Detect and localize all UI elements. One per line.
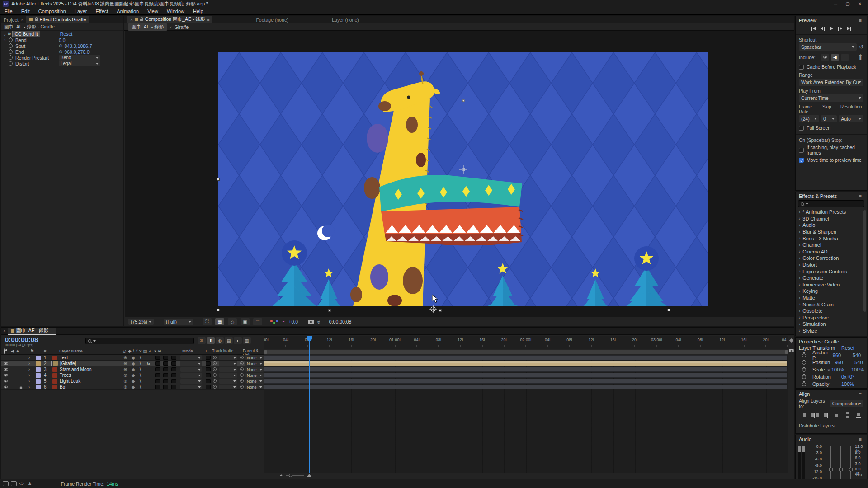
stopwatch-icon[interactable]	[802, 368, 806, 372]
share-icon[interactable]: ⬆	[858, 53, 863, 61]
align-center-vertical-icon[interactable]	[843, 412, 852, 418]
parent-dropdown[interactable]: None	[245, 367, 264, 372]
shy-switch-icon[interactable]: ⊕	[123, 378, 128, 384]
layer-eye-icon[interactable]	[3, 378, 9, 384]
blend-mode-dropdown[interactable]	[180, 373, 202, 378]
transform-value[interactable]: 540	[853, 352, 867, 358]
effects-category[interactable]: ›Generate	[796, 275, 867, 282]
full-screen-checkbox[interactable]	[799, 126, 804, 131]
stopwatch-icon[interactable]	[802, 353, 806, 357]
shortcut-dropdown[interactable]: Spacebar	[799, 43, 857, 51]
parent-dropdown[interactable]: None	[245, 361, 264, 366]
transform-value[interactable]: 100%	[851, 367, 867, 372]
layer-label-chip[interactable]	[36, 356, 41, 360]
region-of-interest-icon[interactable]: ▣	[241, 318, 250, 325]
effects-category[interactable]: ›Text	[796, 334, 867, 336]
quality-switch-icon[interactable]: \	[140, 372, 144, 378]
twirl-icon[interactable]: ›	[799, 230, 800, 235]
if-caching-checkbox[interactable]	[799, 148, 804, 153]
twirl-icon[interactable]: ›	[799, 322, 800, 327]
quality-switch-icon[interactable]: \	[140, 355, 144, 361]
zoom-in-icon[interactable]	[307, 474, 311, 477]
switch-cell[interactable]	[155, 385, 160, 389]
menu-layer[interactable]: Layer	[75, 9, 87, 14]
effects-category[interactable]: ›Color Correction	[796, 255, 867, 262]
shy-switch-icon[interactable]: ⊕	[123, 384, 128, 390]
point-target-icon[interactable]: ⊕	[59, 43, 62, 48]
layer-name-cell[interactable]: Light Leak	[51, 378, 132, 384]
collapse-switch-icon[interactable]: ◆	[132, 361, 136, 366]
transform-value[interactable]: 0x+0°	[841, 374, 857, 380]
layer-expander-icon[interactable]: ›	[28, 384, 33, 390]
properties-menu-icon[interactable]: ≡	[857, 339, 863, 344]
resolution-dropdown[interactable]: (Full)	[164, 319, 193, 325]
transparency-grid-icon[interactable]: ▦	[215, 318, 224, 325]
twirl-icon[interactable]: ›	[799, 296, 800, 300]
include-video-icon[interactable]	[821, 54, 829, 61]
effects-scrollbar[interactable]	[863, 210, 866, 312]
switch-cell[interactable]	[163, 361, 168, 366]
work-area-bar[interactable]	[264, 350, 788, 354]
twirl-icon[interactable]: ›	[799, 282, 800, 287]
resolution-preview-dropdown[interactable]: Auto	[839, 115, 863, 122]
effect-twirl-icon[interactable]: ⌄	[1, 32, 8, 37]
tab-effect-controls[interactable]: Effect Controls Giraffe	[26, 16, 90, 23]
effects-category[interactable]: ›Immersive Video	[796, 282, 867, 288]
track-matte-pickwhip-icon[interactable]	[213, 361, 217, 365]
effects-category[interactable]: ›Keying	[796, 288, 867, 295]
switch-cell[interactable]	[171, 361, 176, 366]
next-frame-button[interactable]	[838, 25, 842, 32]
switch-cell[interactable]	[155, 373, 160, 377]
first-frame-button[interactable]	[811, 25, 816, 32]
layer-row[interactable]: ›1Text⊕◆\None	[1, 355, 264, 361]
quality-switch-icon[interactable]: \	[140, 384, 144, 390]
parent-dropdown[interactable]: None	[245, 355, 264, 360]
layer-expander-icon[interactable]: ›	[28, 361, 33, 366]
align-left-icon[interactable]	[799, 412, 808, 418]
fx-badge-icon[interactable]: fx	[8, 32, 12, 36]
play-from-dropdown[interactable]: Current Time	[799, 94, 863, 102]
work-area-end-handle[interactable]	[785, 350, 788, 354]
track-matte-dropdown[interactable]	[219, 361, 237, 366]
cache-before-playback-checkbox[interactable]	[799, 65, 804, 70]
selection-handle[interactable]	[462, 100, 465, 102]
layer-name-cell[interactable]: Text	[51, 355, 132, 361]
comp-camera-icon[interactable]	[789, 349, 793, 352]
viewer-tab-composition[interactable]: ×Composition 圍巾_AE - 錄影≡	[127, 16, 212, 23]
effects-category[interactable]: ›Perspective	[796, 314, 867, 321]
align-right-icon[interactable]	[821, 412, 830, 418]
exposure-value[interactable]: +0.0	[288, 319, 298, 324]
param-value[interactable]: 960.0,270.0	[64, 49, 89, 55]
twirl-icon[interactable]: ›	[799, 315, 800, 320]
blend-mode-dropdown[interactable]	[180, 361, 202, 366]
switch-cell[interactable]	[163, 373, 168, 377]
expressions-icon[interactable]: <>	[19, 481, 24, 486]
align-center-horizontal-icon[interactable]	[810, 412, 819, 418]
flowchart-icon[interactable]	[11, 481, 17, 486]
shy-switch-icon[interactable]: ⊕	[123, 355, 128, 361]
track-matte-dropdown[interactable]	[219, 385, 237, 389]
selection-handle[interactable]	[439, 309, 442, 312]
layer-label-chip[interactable]	[36, 361, 41, 366]
fit-view-icon[interactable]: ⛶	[203, 318, 212, 325]
twirl-icon[interactable]: ›	[799, 249, 800, 254]
parent-pickwhip-icon[interactable]	[240, 385, 244, 389]
hide-shy-icon[interactable]: ◎	[216, 337, 224, 344]
track-matte-pickwhip-icon[interactable]	[213, 385, 217, 389]
shy-switch-icon[interactable]: ⊕	[123, 361, 128, 366]
shy-switch-icon[interactable]: ⊕	[123, 372, 128, 378]
layer-row[interactable]: ›2[Giraffe]⊕◆\fxNone	[1, 361, 264, 366]
effects-category[interactable]: ›Blur & Sharpen	[796, 229, 867, 235]
track-matte-pickwhip-icon[interactable]	[213, 379, 217, 383]
audio-knob[interactable]	[849, 468, 853, 472]
twirl-icon[interactable]: ›	[799, 269, 800, 274]
layer-duration-bar[interactable]	[264, 373, 787, 378]
quality-switch-icon[interactable]: \	[140, 378, 144, 384]
zoom-slider-knob[interactable]	[289, 474, 292, 477]
effects-category[interactable]: ›Audio	[796, 222, 867, 229]
layer-row[interactable]: ›3Stars and Moon⊕◆\None	[1, 366, 264, 372]
selection-handle[interactable]	[667, 309, 670, 311]
layer-expander-icon[interactable]: ›	[28, 372, 33, 378]
selection-handle[interactable]	[328, 309, 331, 312]
timeline-tab[interactable]: 圍巾_AE - 錄影 ≡	[8, 328, 56, 335]
